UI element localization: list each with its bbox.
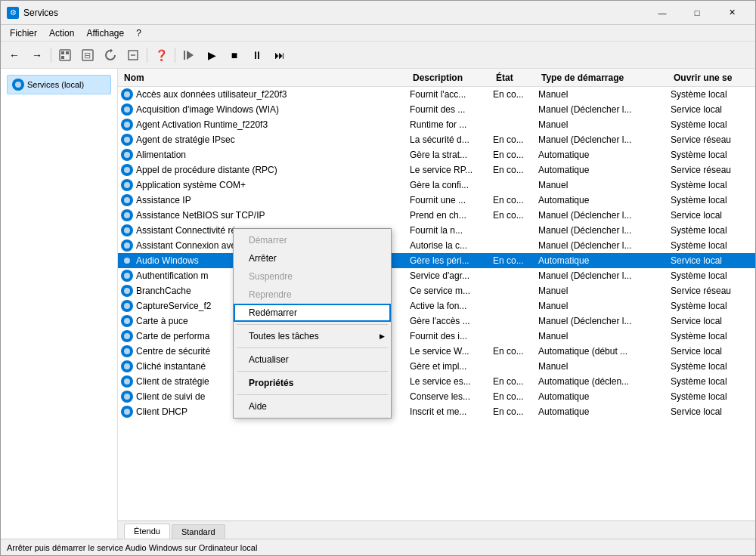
svg-text:⊟: ⊟: [84, 51, 91, 60]
col-name-header[interactable]: Nom: [118, 73, 413, 83]
minimize-button[interactable]: —: [645, 1, 680, 25]
service-icon: [121, 134, 133, 146]
help-button[interactable]: ❓: [150, 45, 172, 66]
service-desc: Le service es...: [410, 376, 493, 387]
table-row[interactable]: Appel de procédure distante (RPC)Le serv…: [118, 162, 755, 178]
maximize-button[interactable]: □: [680, 1, 714, 25]
svg-point-28: [124, 348, 130, 354]
table-row[interactable]: Application système COM+Gère la confi...…: [118, 178, 755, 193]
service-name: Appel de procédure distante (RPC): [136, 165, 410, 175]
context-menu-item-arrêter[interactable]: Arrêter: [234, 249, 391, 267]
context-menu-item-redémarrer[interactable]: Redémarrer: [234, 304, 391, 322]
table-row[interactable]: Assistant Connectivité réseauFournit la …: [118, 223, 755, 238]
table-row[interactable]: Client de suivi deConserve les...En co..…: [118, 389, 755, 404]
service-state: En co...: [493, 255, 538, 266]
service-open: Service local: [671, 406, 746, 417]
table-row[interactable]: Agent de stratégie IPsecLa sécurité d...…: [118, 132, 755, 147]
svg-marker-8: [187, 51, 194, 60]
forward-button[interactable]: →: [26, 45, 48, 66]
close-button[interactable]: ✕: [714, 1, 749, 25]
menu-fichier[interactable]: Fichier: [4, 26, 43, 40]
service-type: Manuel: [538, 331, 671, 341]
col-type-header[interactable]: Type de démarrage: [541, 73, 674, 83]
col-desc-header[interactable]: Description: [413, 73, 496, 83]
skip-button[interactable]: ⏭: [269, 45, 290, 66]
service-type: Manuel: [538, 89, 671, 100]
svg-rect-3: [61, 56, 64, 59]
content-area: Nom Description État Type de démarrage O…: [118, 69, 755, 539]
service-type: Automatique (début ...: [538, 346, 671, 357]
service-desc: Active la fon...: [410, 301, 493, 311]
context-menu-item-aide[interactable]: Aide: [234, 397, 391, 415]
context-menu-item-toutes-les-tâches[interactable]: Toutes les tâches: [234, 327, 391, 345]
services-list[interactable]: Accès aux données utilisateur_f220f3Four…: [118, 87, 755, 520]
menu-help[interactable]: ?: [130, 26, 147, 40]
service-desc: Le service RP...: [410, 165, 493, 175]
table-row[interactable]: Audio WindowsGère les péri...En co...Aut…: [118, 253, 755, 268]
table-row[interactable]: Cliché instantanéGère et impl...ManuelSy…: [118, 359, 755, 374]
service-desc: Fournit la n...: [410, 225, 493, 236]
table-row[interactable]: AlimentationGère la strat...En co...Auto…: [118, 147, 755, 162]
service-desc: Service d'agr...: [410, 270, 493, 281]
context-menu-separator: [237, 371, 388, 372]
table-row[interactable]: BranchCacheCe service m...ManuelService …: [118, 283, 755, 298]
service-desc: Prend en ch...: [410, 210, 493, 221]
col-state-header[interactable]: État: [496, 73, 541, 83]
table-row[interactable]: Carte à puceGère l'accès ...Manuel (Décl…: [118, 314, 755, 329]
sidebar-item-services-local[interactable]: Services (local): [7, 75, 111, 94]
export-button[interactable]: [122, 45, 144, 66]
context-menu-item-reprendre: Reprendre: [234, 286, 391, 304]
service-desc: Fournit des ...: [410, 104, 493, 115]
service-type: Automatique: [538, 165, 671, 175]
services-icon: [12, 79, 24, 91]
back-button[interactable]: ←: [4, 45, 25, 66]
svg-point-22: [124, 258, 130, 264]
table-row[interactable]: Carte de performaFournit des i...ManuelS…: [118, 329, 755, 344]
service-type: Manuel (Déclencher l...: [538, 240, 671, 251]
service-desc: La sécurité d...: [410, 134, 493, 145]
service-open: Service local: [671, 316, 746, 326]
service-open: Service local: [671, 346, 746, 357]
service-state: En co...: [493, 150, 538, 160]
table-row[interactable]: Assistance NetBIOS sur TCP/IPPrend en ch…: [118, 208, 755, 223]
stop-button[interactable]: ■: [224, 45, 245, 66]
table-row[interactable]: Client DHCPInscrit et me...En co...Autom…: [118, 404, 755, 419]
table-row[interactable]: Accès aux données utilisateur_f220f3Four…: [118, 87, 755, 102]
table-row[interactable]: Assistant Connexion avec un compte Micro…: [118, 238, 755, 253]
table-row[interactable]: Client de stratégieLe service es...En co…: [118, 374, 755, 389]
table-row[interactable]: Assistance IPFournit une ...En co...Auto…: [118, 193, 755, 208]
context-menu-item-suspendre: Suspendre: [234, 267, 391, 286]
context-menu-item-propriétés[interactable]: Propriétés: [234, 374, 391, 392]
service-icon: [121, 406, 133, 418]
up-button[interactable]: [54, 45, 76, 66]
menu-affichage[interactable]: Affichage: [80, 26, 130, 40]
connect-button[interactable]: [178, 45, 200, 66]
menu-action[interactable]: Action: [43, 26, 80, 40]
service-name: Alimentation: [136, 150, 410, 160]
tab-standard[interactable]: Standard: [172, 524, 225, 539]
table-row[interactable]: Centre de sécuritéLe service W...En co..…: [118, 344, 755, 359]
service-icon: [121, 285, 133, 297]
play-button[interactable]: ▶: [201, 45, 222, 66]
service-icon: [121, 179, 133, 191]
refresh-button[interactable]: [100, 45, 121, 66]
table-row[interactable]: Authentification mService d'agr...Manuel…: [118, 268, 755, 283]
service-desc: Fournit des i...: [410, 331, 493, 341]
svg-rect-1: [61, 51, 64, 54]
table-row[interactable]: Agent Activation Runtime_f220f3Runtime f…: [118, 117, 755, 132]
table-row[interactable]: CaptureService_f2Active la fon...ManuelS…: [118, 298, 755, 314]
col-open-header[interactable]: Ouvrir une se: [674, 73, 749, 83]
svg-point-14: [124, 137, 130, 143]
down-button[interactable]: ⊟: [77, 45, 98, 66]
table-row[interactable]: Acquisition d'image Windows (WIA)Fournit…: [118, 102, 755, 117]
window-title: Services: [23, 8, 645, 18]
tab-etendu[interactable]: Étendu: [124, 524, 170, 539]
title-bar: ⚙ Services — □ ✕: [1, 1, 755, 25]
pause-button[interactable]: ⏸: [246, 45, 268, 66]
context-menu-item-actualiser[interactable]: Actualiser: [234, 351, 391, 369]
service-desc: Gère et impl...: [410, 361, 493, 372]
service-desc: Gère l'accès ...: [410, 316, 493, 326]
service-open: Système local: [671, 180, 746, 190]
svg-point-17: [124, 182, 130, 188]
service-state: En co...: [493, 210, 538, 221]
